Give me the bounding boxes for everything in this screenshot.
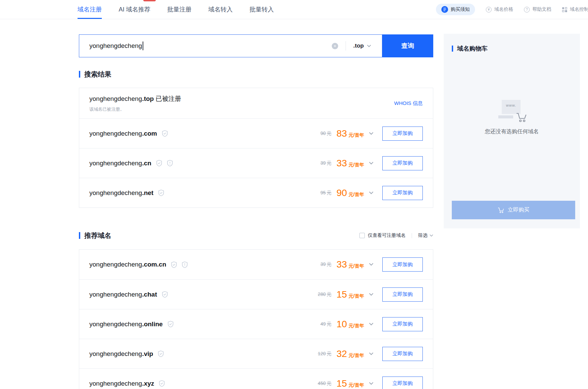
domain-console-link[interactable]: 域名控制台 [562, 6, 588, 12]
search-divider [346, 41, 346, 51]
current-price: 83元/首年 [336, 128, 364, 139]
add-to-cart-button[interactable]: 立即加购 [382, 257, 423, 272]
price-chevron-down-icon[interactable] [369, 263, 374, 266]
original-price: 90元 [320, 131, 332, 137]
recommended-controls: 仅查看可注册域名 筛选 [359, 232, 433, 239]
tld-select[interactable]: .top [353, 43, 374, 49]
notice-icon [441, 6, 448, 13]
cart-sidebar: 域名购物车 www. 您还没有选购任何域名 立即购买 [444, 34, 580, 228]
current-price: 10元/首年 [336, 319, 364, 330]
domain-row-cn: yonghengdecheng.cn 39元 33元/首年 立即加购 [79, 148, 433, 178]
domain-name: yonghengdecheng.cn [89, 160, 151, 167]
page: 域名注册 AI 域名推荐 NEW 批量注册 域名转入 批量转入 购买 [0, 0, 588, 389]
filter-dropdown[interactable]: 筛选 [418, 232, 433, 239]
tab-ai-domain-suggest[interactable]: AI 域名推荐 NEW [119, 0, 150, 19]
tab-label: AI 域名推荐 [119, 5, 150, 13]
search-input[interactable]: yonghengdecheng ✕ .top [79, 34, 382, 57]
yuan-circle-icon: ¥ [486, 7, 492, 12]
domain-row-xyz: yonghengdecheng.xyz 450元 15元/首年 立即加购 [79, 368, 433, 389]
cart-icon [498, 207, 504, 213]
domain-row-chat: yonghengdecheng.chat 280元 15元/首年 立即加购 [79, 279, 433, 309]
domain-price-link[interactable]: ¥ 域名价格 [486, 6, 513, 12]
shield-info-icon [167, 160, 173, 166]
cart-icon [516, 112, 527, 124]
domain-name: yonghengdecheng.vip [89, 350, 153, 358]
buy-now-button[interactable]: 立即购买 [452, 201, 575, 219]
price-chevron-down-icon[interactable] [369, 191, 374, 195]
registrable-only-checkbox[interactable] [359, 233, 365, 238]
tab-domain-transfer-in[interactable]: 域名转入 [208, 0, 233, 19]
cart-empty-text: 您还没有选购任何域名 [444, 128, 580, 135]
add-to-cart-button[interactable]: 立即加购 [382, 287, 423, 302]
purchase-notice-link[interactable]: 购买须知 [436, 4, 475, 15]
original-price: 39元 [320, 261, 332, 268]
tab-domain-register[interactable]: 域名注册 [78, 0, 102, 19]
price-chevron-down-icon[interactable] [369, 323, 374, 326]
empty-cart-illustration: www. [496, 100, 527, 123]
tab-label: 域名注册 [78, 5, 102, 13]
shield-check-icon [168, 321, 174, 327]
price-chevron-down-icon[interactable] [369, 162, 374, 165]
price-chevron-down-icon[interactable] [369, 352, 374, 356]
original-price: 39元 [320, 160, 332, 166]
domain-name: yonghengdecheng.com.cn [89, 261, 166, 268]
section-accent-bar [79, 232, 80, 239]
current-price: 33元/首年 [336, 259, 364, 270]
domain-row-vip: yonghengdecheng.vip 120元 32元/首年 立即加购 [79, 339, 433, 368]
domain-row-net: yonghengdecheng.net 95元 90元/首年 立即加购 [79, 178, 433, 207]
price-chevron-down-icon[interactable] [369, 293, 374, 296]
add-to-cart-button[interactable]: 立即加购 [382, 127, 423, 141]
cart-title: 域名购物车 [457, 45, 488, 53]
price-chevron-down-icon[interactable] [369, 132, 374, 135]
nav-utility-links: 购买须知 ¥ 域名价格 ? 帮助文档 域名控制台 [436, 0, 588, 19]
current-price: 32元/首年 [336, 349, 364, 359]
clear-search-icon[interactable]: ✕ [332, 43, 338, 49]
registrable-only-label[interactable]: 仅查看可注册域名 [368, 232, 406, 239]
section-accent-bar [79, 71, 80, 78]
search-submit-button[interactable]: 查询 [382, 34, 433, 57]
original-price: 95元 [320, 190, 332, 196]
recommended-card: yonghengdecheng.com.cn 39元 33元/首年 立即加购 y… [79, 249, 433, 389]
search-results-header: 搜索结果 [79, 70, 433, 78]
section-accent-bar [452, 46, 453, 52]
text-caret [143, 41, 143, 50]
shield-check-icon [159, 380, 165, 387]
help-icon: ? [524, 7, 530, 12]
domain-search-bar: yonghengdecheng ✕ .top 查询 [79, 34, 433, 57]
main-content: yonghengdecheng ✕ .top 查询 搜索结果 [79, 34, 433, 389]
tab-label: 批量转入 [249, 5, 274, 13]
domain-name: yonghengdecheng.net [89, 189, 153, 197]
shield-check-icon [162, 130, 168, 137]
add-to-cart-button[interactable]: 立即加购 [382, 377, 423, 389]
shield-check-icon [156, 160, 162, 166]
shield-check-icon [162, 291, 168, 298]
domain-row-top-registered: yonghengdecheng.top 已被注册 该域名已被注册。 WHOIS … [79, 88, 433, 118]
current-price: 90元/首年 [336, 188, 364, 198]
current-price: 15元/首年 [336, 289, 364, 300]
add-to-cart-button[interactable]: 立即加购 [382, 347, 423, 361]
chevron-down-icon [367, 45, 371, 48]
tab-batch-register[interactable]: 批量注册 [167, 0, 192, 19]
domain-row-com-cn: yonghengdecheng.com.cn 39元 33元/首年 立即加购 [79, 250, 433, 279]
shield-check-icon [158, 190, 164, 196]
chevron-down-icon [430, 234, 433, 237]
price-chevron-down-icon[interactable] [369, 382, 374, 385]
domain-name: yonghengdecheng.com [89, 130, 157, 137]
current-price: 15元/首年 [336, 378, 364, 389]
search-input-value: yonghengdecheng [89, 41, 143, 50]
whois-link[interactable]: WHOIS 信息 [394, 100, 423, 107]
illustration-base [498, 115, 513, 118]
registered-domain-info: yonghengdecheng.top 已被注册 该域名已被注册。 [89, 94, 181, 112]
domain-row-online: yonghengdecheng.online 49元 10元/首年 立即加购 [79, 309, 433, 339]
shield-check-icon [158, 351, 164, 357]
add-to-cart-button[interactable]: 立即加购 [382, 186, 423, 200]
section-title: 搜索结果 [84, 70, 111, 79]
add-to-cart-button[interactable]: 立即加购 [382, 156, 423, 170]
original-price: 49元 [320, 321, 332, 327]
tab-batch-transfer-in[interactable]: 批量转入 [249, 0, 274, 19]
console-grid-icon [562, 7, 567, 12]
add-to-cart-button[interactable]: 立即加购 [382, 317, 423, 331]
registered-domain-title: yonghengdecheng.top 已被注册 [89, 94, 181, 103]
current-price: 33元/首年 [336, 158, 364, 169]
help-docs-link[interactable]: ? 帮助文档 [524, 6, 551, 12]
